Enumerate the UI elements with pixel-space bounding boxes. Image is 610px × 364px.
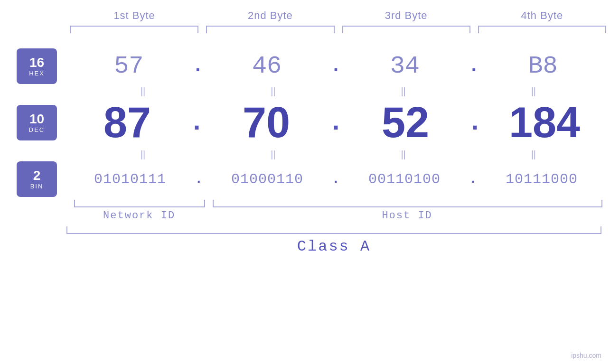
network-id-label: Network ID — [74, 210, 204, 222]
watermark: ipshu.com — [571, 352, 601, 359]
byte2-header: 2nd Byte — [202, 9, 338, 22]
dec-badge: 10 DEC — [17, 105, 57, 140]
dot-dec-3: . — [466, 108, 484, 138]
bin-byte2: 01000110 — [204, 171, 331, 187]
dot-bin-2: . — [331, 172, 341, 187]
dec-val-3: 52 — [382, 99, 429, 146]
hex-val-1: 57 — [114, 52, 143, 80]
dot-hex-1: . — [191, 56, 205, 77]
bracket-network — [74, 200, 205, 207]
hex-byte4: B8 — [480, 52, 605, 80]
dec-byte3: 52 — [345, 98, 466, 147]
eq1-2: || — [211, 86, 335, 97]
hex-base-label: HEX — [29, 70, 45, 77]
bin-val-1: 01010111 — [94, 171, 166, 187]
eq2-1: || — [81, 149, 205, 160]
bin-base-number: 2 — [33, 168, 41, 183]
dec-byte1: 87 — [66, 98, 188, 147]
dot-bin-1: . — [194, 172, 204, 187]
dec-val-2: 70 — [243, 99, 290, 146]
dec-row: 10 DEC 87 . 70 . 52 . 184 — [0, 98, 610, 147]
hex-val-4: B8 — [528, 52, 557, 80]
main-container: 1st Byte 2nd Byte 3rd Byte 4th Byte 16 H… — [0, 0, 610, 364]
hex-row: 16 HEX 57 . 46 . 34 . B8 — [0, 48, 610, 84]
bin-base-label: BIN — [30, 183, 44, 190]
class-label: Class A — [297, 238, 371, 255]
bracket-top-1 — [70, 26, 198, 33]
eq2-3: || — [341, 149, 466, 160]
dec-byte2: 70 — [206, 98, 327, 147]
byte3-header: 3rd Byte — [338, 9, 474, 22]
bracket-top-4 — [478, 26, 606, 33]
bin-val-4: 10111000 — [506, 171, 578, 187]
bin-byte4: 10111000 — [478, 171, 605, 187]
hex-badge: 16 HEX — [17, 48, 57, 84]
hex-val-2: 46 — [252, 52, 282, 80]
byte4-header: 4th Byte — [474, 9, 610, 22]
bin-byte3: 00110100 — [341, 171, 468, 187]
bin-values-area: 01010111 . 01000110 . 00110100 . 1011100… — [57, 171, 610, 187]
dec-val-1: 87 — [103, 99, 151, 146]
bin-badge: 2 BIN — [17, 161, 57, 197]
top-brackets — [66, 26, 610, 34]
bracket-top-2 — [206, 26, 334, 33]
id-labels-area: Network ID Host ID — [66, 210, 610, 222]
dec-byte4: 184 — [484, 98, 605, 147]
eq2-2: || — [211, 149, 335, 160]
bracket-host — [213, 200, 602, 207]
hex-byte2: 46 — [205, 52, 329, 80]
dec-values-area: 87 . 70 . 52 . 184 — [57, 98, 610, 147]
dec-base-label: DEC — [29, 126, 45, 133]
byte-headers: 1st Byte 2nd Byte 3rd Byte 4th Byte — [66, 9, 610, 22]
equals-row-2: || || || || — [66, 147, 610, 161]
dot-bin-3: . — [468, 172, 478, 187]
eq1-3: || — [341, 86, 466, 97]
dot-dec-2: . — [327, 108, 345, 138]
dec-base-number: 10 — [29, 112, 44, 127]
eq1-1: || — [81, 86, 205, 97]
hex-values-area: 57 . 46 . 34 . B8 — [57, 52, 610, 80]
bin-val-3: 00110100 — [368, 171, 441, 187]
host-id-label: Host ID — [212, 210, 602, 222]
bracket-top-3 — [342, 26, 470, 33]
dec-val-4: 184 — [509, 99, 580, 146]
bin-val-2: 01000110 — [231, 171, 303, 187]
eq1-4: || — [471, 86, 596, 97]
bin-byte1: 01010111 — [66, 171, 194, 187]
class-label-area: Class A — [66, 238, 601, 255]
hex-val-3: 34 — [390, 52, 420, 80]
dot-dec-1: . — [188, 108, 206, 138]
byte1-header: 1st Byte — [66, 9, 202, 22]
hex-byte1: 57 — [66, 52, 191, 80]
equals-row-1: || || || || — [66, 84, 610, 98]
bin-row: 2 BIN 01010111 . 01000110 . 00110100 . 1… — [0, 161, 610, 197]
dot-hex-2: . — [329, 56, 342, 77]
hex-base-number: 16 — [29, 56, 44, 70]
dot-hex-3: . — [467, 56, 480, 77]
eq2-4: || — [471, 149, 596, 160]
bottom-brackets-area — [66, 200, 610, 207]
hex-byte3: 34 — [343, 52, 468, 80]
class-bracket — [66, 226, 601, 234]
